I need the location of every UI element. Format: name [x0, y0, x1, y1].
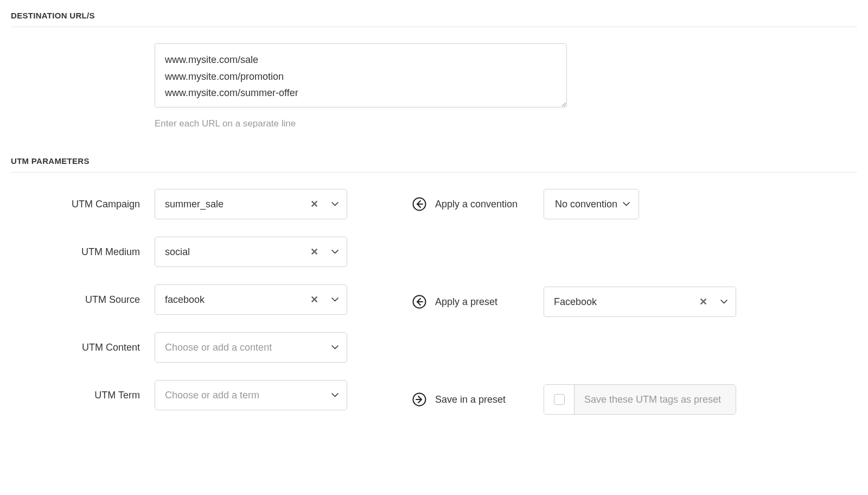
chevron-down-icon[interactable]: [323, 345, 347, 350]
clear-icon[interactable]: ✕: [305, 246, 323, 258]
utm-campaign-label: UTM Campaign: [11, 199, 155, 210]
chevron-down-icon[interactable]: [323, 393, 347, 397]
clear-icon[interactable]: ✕: [305, 294, 323, 306]
chevron-down-icon[interactable]: [712, 300, 736, 304]
destination-section: DESTINATION URL/S Enter each URL on a se…: [11, 11, 857, 129]
apply-preset-row: Apply a preset ✕: [412, 287, 857, 317]
utm-medium-combo[interactable]: ✕: [155, 237, 347, 267]
utm-section: UTM PARAMETERS UTM Campaign ✕ UTM Medium: [11, 156, 857, 432]
utm-source-label: UTM Source: [11, 294, 155, 306]
utm-content-combo[interactable]: [155, 332, 347, 363]
destination-title: DESTINATION URL/S: [11, 11, 857, 27]
chevron-down-icon[interactable]: [323, 202, 347, 206]
utm-source-input[interactable]: [155, 285, 305, 314]
utm-medium-row: UTM Medium ✕: [11, 237, 347, 267]
save-preset-name-input[interactable]: [575, 385, 736, 414]
apply-convention-label: Apply a convention: [435, 199, 533, 210]
apply-convention-row: Apply a convention No convention: [412, 189, 857, 219]
utm-actions-column: Apply a convention No convention Apply a…: [412, 189, 857, 432]
utm-term-row: UTM Term: [11, 380, 347, 410]
destination-urls-input[interactable]: [155, 43, 567, 107]
utm-source-row: UTM Source ✕: [11, 284, 347, 315]
arrow-right-circle-icon: [412, 392, 426, 407]
save-preset-checkbox[interactable]: [554, 394, 565, 405]
utm-content-input[interactable]: [155, 333, 323, 362]
preset-combo[interactable]: ✕: [544, 287, 736, 317]
arrow-left-circle-icon: [412, 295, 426, 309]
utm-title: UTM PARAMETERS: [11, 156, 857, 173]
preset-input[interactable]: [544, 296, 694, 308]
convention-value: No convention: [555, 199, 617, 210]
chevron-down-icon: [623, 202, 630, 206]
clear-icon[interactable]: ✕: [305, 198, 323, 210]
utm-campaign-input[interactable]: [155, 189, 305, 219]
save-preset-checkbox-wrap: [544, 385, 575, 414]
clear-icon[interactable]: ✕: [694, 296, 712, 308]
utm-term-combo[interactable]: [155, 380, 347, 410]
save-preset-group: [544, 384, 736, 415]
utm-campaign-combo[interactable]: ✕: [155, 189, 347, 219]
destination-textarea-wrapper: Enter each URL on a separate line: [155, 43, 567, 129]
utm-content-row: UTM Content: [11, 332, 347, 363]
utm-content-label: UTM Content: [11, 342, 155, 353]
utm-source-combo[interactable]: ✕: [155, 284, 347, 315]
destination-helper-text: Enter each URL on a separate line: [155, 118, 567, 129]
apply-preset-label: Apply a preset: [435, 296, 533, 308]
spacer: [412, 334, 857, 384]
utm-campaign-row: UTM Campaign ✕: [11, 189, 347, 219]
chevron-down-icon[interactable]: [323, 250, 347, 254]
save-preset-row: Save in a preset: [412, 384, 857, 415]
utm-medium-label: UTM Medium: [11, 246, 155, 258]
arrow-left-circle-icon: [412, 197, 426, 211]
utm-term-label: UTM Term: [11, 390, 155, 401]
utm-medium-input[interactable]: [155, 237, 305, 266]
spacer: [412, 237, 857, 287]
utm-term-input[interactable]: [155, 380, 323, 410]
utm-fields-column: UTM Campaign ✕ UTM Medium ✕: [11, 189, 347, 432]
convention-select[interactable]: No convention: [544, 189, 639, 219]
save-preset-label: Save in a preset: [435, 394, 533, 405]
chevron-down-icon[interactable]: [323, 297, 347, 302]
